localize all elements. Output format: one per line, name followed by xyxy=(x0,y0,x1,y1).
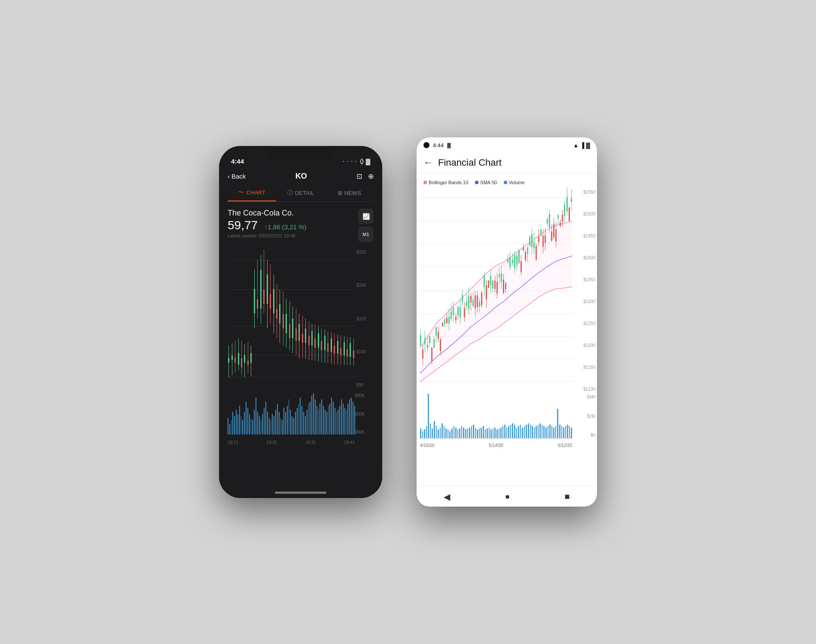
android-candle-group xyxy=(483,188,485,394)
iphone-camera-icon[interactable]: ⊡ xyxy=(356,172,362,180)
android-volume-bar xyxy=(438,429,439,438)
android-volume-bar xyxy=(432,428,433,438)
volume-bar xyxy=(308,404,309,434)
volume-bar xyxy=(317,406,317,434)
android-back-button[interactable]: ← xyxy=(423,157,433,168)
android-volume-bar xyxy=(530,425,531,438)
price-label-1150: $1150 xyxy=(575,365,595,370)
android-camera xyxy=(423,142,429,148)
android-candle-group xyxy=(521,188,522,394)
candle-group xyxy=(266,250,268,387)
android-candle-group xyxy=(455,188,457,394)
iphone-notify-icon[interactable]: ⊕ xyxy=(368,172,374,180)
iphone-battery-icon: ▓ xyxy=(366,158,370,165)
timeframe-button[interactable]: M1 xyxy=(358,227,374,242)
android-volume-bar xyxy=(567,425,568,438)
volume-bar xyxy=(298,404,299,434)
android-volume-bar xyxy=(500,428,502,438)
time-label-1911: 19:11 xyxy=(228,440,238,445)
android-candle-group xyxy=(518,188,520,394)
iphone-home-bar xyxy=(275,492,326,494)
volume-bar xyxy=(265,401,266,434)
volume-bar xyxy=(252,420,253,434)
volume-bar xyxy=(333,401,334,434)
android-volume-bar xyxy=(539,423,541,438)
info-icon: ⓘ xyxy=(287,189,293,197)
iphone-ticker-label: KO xyxy=(295,172,307,181)
android-volume-bar xyxy=(557,409,558,438)
volume-bar xyxy=(234,416,235,434)
volume-bar xyxy=(300,398,301,434)
android-candle-group xyxy=(451,188,452,394)
volume-bar xyxy=(254,410,255,434)
android-candle-group xyxy=(516,188,518,394)
android-volume-bar xyxy=(487,428,488,438)
android-battery-icon: ▓ xyxy=(586,142,590,149)
android-volume-bar xyxy=(440,428,441,438)
candle-group xyxy=(272,250,274,387)
time-label-1921: 19:21 xyxy=(266,440,277,445)
android-vol-price-labels: $4M $2M $0 xyxy=(572,394,597,438)
android-candle-group xyxy=(433,188,435,394)
candle-group xyxy=(256,250,259,387)
price-label-90: $90 xyxy=(356,383,374,387)
volume-bar xyxy=(325,410,326,434)
phones-container: 4:44 · · · · 〈〉 ▓ ‹ Back KO ⊡ ⊕ xyxy=(0,112,816,532)
chart-type-button[interactable]: 📈 xyxy=(358,209,374,224)
tab-news[interactable]: ⊞ NEWS xyxy=(325,184,374,201)
stock-price: 59,77 ↑1,86 (3,21 %) xyxy=(228,219,306,232)
android-battery-small: ▓ xyxy=(447,143,451,148)
android-volume-bar xyxy=(475,428,476,438)
trend-icon: 📈 xyxy=(362,213,370,220)
android-volume-bar xyxy=(454,426,455,438)
android-recent-nav-button[interactable]: ■ xyxy=(564,492,569,501)
candle-group xyxy=(282,250,284,387)
android-candle-group xyxy=(492,188,494,394)
android-volume-bar xyxy=(451,428,453,438)
android-candle-group xyxy=(481,188,483,394)
android-candle-group xyxy=(485,188,487,394)
android-candle-group xyxy=(466,188,468,394)
android-volume-bar xyxy=(473,425,474,438)
volume-bar xyxy=(267,412,268,434)
android-candle-group xyxy=(426,188,428,394)
android-candle-group xyxy=(503,188,505,394)
android-volume-bar xyxy=(479,428,480,438)
volume-bar xyxy=(295,412,296,434)
android-volume-bar xyxy=(445,428,447,438)
android-candle-group xyxy=(440,188,441,394)
android-main-chart: $1550 $1500 $1450 $1400 $1350 $1300 $125… xyxy=(417,188,597,394)
volume-bar xyxy=(328,406,329,434)
price-label-1100: $1100 xyxy=(575,387,595,392)
chart-price-labels: $250 $200 $150 $100 $90 xyxy=(356,246,374,392)
android-vol-time-labels: 4/16/20 5/14/20 6/12/20 xyxy=(420,443,572,448)
tab-detail[interactable]: ⓘ DETAIL xyxy=(276,184,325,201)
volume-bar xyxy=(275,410,276,434)
tab-chart[interactable]: 〜 CHART xyxy=(228,184,276,201)
android-volume-bar xyxy=(493,428,494,438)
android-candle-group xyxy=(457,188,459,394)
android-home-nav-button[interactable]: ● xyxy=(505,492,510,501)
android-candles xyxy=(420,188,572,394)
candle-group xyxy=(320,250,323,387)
android-volume-bar xyxy=(512,423,513,438)
android-volume-bar xyxy=(524,426,525,438)
volume-bar xyxy=(264,408,265,434)
candle-group xyxy=(228,250,230,387)
android-volume-bar xyxy=(553,428,554,438)
android-volume-bar xyxy=(490,429,492,438)
iphone-stock-details: The Coca-Cola Co. 59,77 ↑1,86 (3,21 %) L… xyxy=(228,209,306,238)
candle-group xyxy=(343,250,345,387)
android-back-nav-button[interactable]: ◀ xyxy=(444,492,450,502)
android-candle-group xyxy=(527,188,529,394)
volume-bar xyxy=(303,412,304,434)
volume-bar xyxy=(293,418,294,434)
android-volume-bar xyxy=(471,426,472,438)
iphone-back-button[interactable]: ‹ Back xyxy=(228,173,246,180)
candles-container xyxy=(228,246,355,392)
android-volume-bar xyxy=(459,428,460,438)
last-update: Latest update: 09/02/2022 19:46 xyxy=(228,233,306,238)
time-label-514: 5/14/20 xyxy=(489,443,503,448)
candle-group xyxy=(279,250,281,387)
candle-group xyxy=(340,250,342,387)
